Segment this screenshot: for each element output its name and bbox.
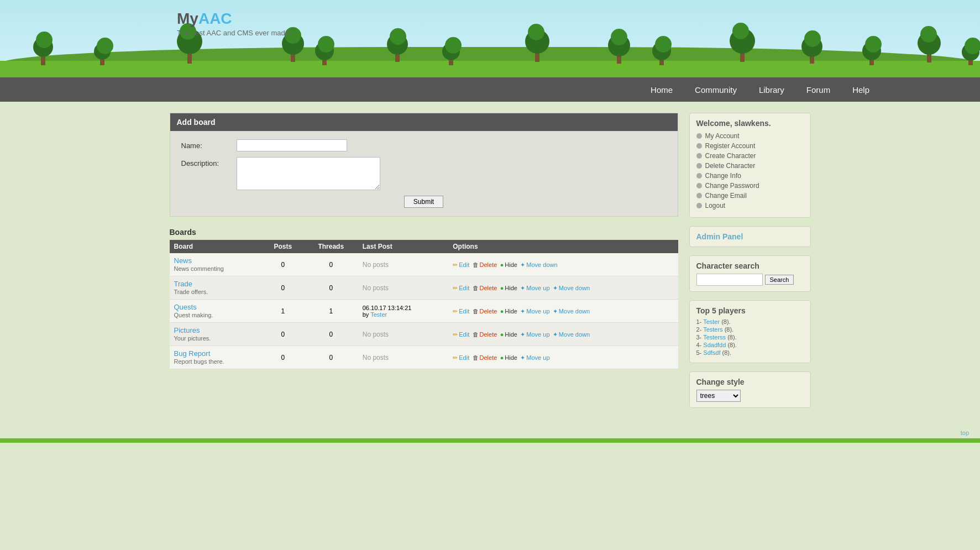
top5-item-3: 3- Testerss (8). xyxy=(696,334,804,341)
admin-panel-content: Admin Panel xyxy=(690,227,810,247)
move-up-link-bugreport[interactable]: ✦ Move up xyxy=(520,354,549,362)
hide-link-quests[interactable]: ●Hide xyxy=(500,308,517,315)
change-info-link[interactable]: Change Info xyxy=(705,172,741,180)
change-password-link[interactable]: Change Password xyxy=(705,182,759,190)
board-name-cell: Bug Report Report bugs there. xyxy=(170,346,262,369)
nav-library[interactable]: Library xyxy=(759,85,784,95)
logo-aac: AAC xyxy=(198,10,232,27)
char-search-title: Character search xyxy=(696,261,804,270)
bullet-icon xyxy=(696,143,702,149)
delete-link-quests[interactable]: 🗑Delete xyxy=(473,308,497,315)
board-name-link-news[interactable]: News xyxy=(174,256,258,265)
green-dot: ● xyxy=(500,331,504,338)
hide-link-bugreport[interactable]: ●Hide xyxy=(500,354,517,361)
register-account-link[interactable]: Register Account xyxy=(705,142,756,150)
posts-cell: 1 xyxy=(262,300,304,323)
content-area: Add board Name: Description: Submit Boar… xyxy=(170,113,678,416)
board-name-link-pictures[interactable]: Pictures xyxy=(174,326,258,334)
posts-cell: 0 xyxy=(262,346,304,369)
player-1-link[interactable]: Tester xyxy=(703,318,720,325)
hide-link-trade[interactable]: ●Hide xyxy=(500,285,517,291)
board-name-cell: Pictures Your pictures. xyxy=(170,323,262,346)
edit-link-news[interactable]: ✏Edit xyxy=(453,261,469,269)
delete-character-link[interactable]: Delete Character xyxy=(705,162,756,170)
up-icon: ✦ xyxy=(520,331,525,338)
main-container: Add board Name: Description: Submit Boar… xyxy=(159,113,822,416)
grass-front xyxy=(0,61,980,77)
edit-link-trade[interactable]: ✏Edit xyxy=(453,285,469,292)
last-post-user-link[interactable]: Tester xyxy=(370,311,387,318)
edit-link-pictures[interactable]: ✏Edit xyxy=(453,331,469,338)
nav-forum[interactable]: Forum xyxy=(806,85,830,95)
board-name-link-bugreport[interactable]: Bug Report xyxy=(174,349,258,358)
nav-help[interactable]: Help xyxy=(852,85,869,95)
create-character-link[interactable]: Create Character xyxy=(705,152,756,160)
score-5: (8). xyxy=(722,349,732,356)
player-4-link[interactable]: Sdadfdd xyxy=(703,342,726,348)
table-row: News News commenting 0 0 No posts ✏Edit … xyxy=(170,253,678,276)
nav-community[interactable]: Community xyxy=(695,85,737,95)
add-board-box: Add board Name: Description: Submit xyxy=(170,113,678,217)
delete-link-pictures[interactable]: 🗑Delete xyxy=(473,331,497,338)
pencil-icon: ✏ xyxy=(453,331,458,338)
name-input[interactable] xyxy=(237,139,347,151)
board-name-cell: Trade Trade offers. xyxy=(170,276,262,300)
player-5-link[interactable]: Sdfsdf xyxy=(703,349,720,356)
tree xyxy=(608,32,630,64)
board-name-link-quests[interactable]: Quests xyxy=(174,303,258,311)
board-desc-news: News commenting xyxy=(174,265,224,272)
style-select[interactable]: trees xyxy=(696,390,741,402)
change-email-link[interactable]: Change Email xyxy=(705,192,747,200)
player-3-link[interactable]: Testerss xyxy=(703,334,726,341)
move-up-link-pictures[interactable]: ✦ Move up xyxy=(520,331,549,338)
move-down-link-news[interactable]: ✦ Move down xyxy=(520,261,557,269)
score-1: (8). xyxy=(721,318,731,325)
delete-link-news[interactable]: 🗑Delete xyxy=(473,261,497,268)
move-up-link-trade[interactable]: ✦ Move up xyxy=(520,285,549,292)
trash-icon: 🗑 xyxy=(473,308,479,315)
board-desc-trade: Trade offers. xyxy=(174,289,208,295)
rank-3: 3- xyxy=(696,334,702,341)
move-up-link-quests[interactable]: ✦ Move up xyxy=(520,308,549,315)
top5-item-1: 1- Tester (8). xyxy=(696,318,804,325)
admin-panel-link[interactable]: Admin Panel xyxy=(696,232,743,241)
bullet-icon xyxy=(696,193,702,198)
move-down-link-quests[interactable]: ✦ Move down xyxy=(553,308,590,315)
char-search-button[interactable]: Search xyxy=(765,275,794,285)
last-post-cell: 06.10.17 13:14:21 by Tester xyxy=(358,300,449,323)
name-row: Name: xyxy=(181,139,667,151)
hide-link-pictures[interactable]: ●Hide xyxy=(500,331,517,338)
boards-table: Board Posts Threads Last Post Options Ne… xyxy=(170,240,678,369)
table-row: Pictures Your pictures. 0 0 No posts ✏Ed… xyxy=(170,323,678,346)
player-2-link[interactable]: Testers xyxy=(703,326,722,333)
green-dot: ● xyxy=(500,308,504,315)
delete-link-bugreport[interactable]: 🗑Delete xyxy=(473,354,497,361)
edit-link-bugreport[interactable]: ✏Edit xyxy=(453,354,469,362)
sidebar-link-item: Change Email xyxy=(696,192,804,200)
sidebar-link-item: Change Password xyxy=(696,182,804,190)
trash-icon: 🗑 xyxy=(473,354,479,361)
nav-home[interactable]: Home xyxy=(651,85,673,95)
hide-link-news[interactable]: ●Hide xyxy=(500,261,517,268)
tree xyxy=(94,40,111,65)
no-posts: No posts xyxy=(363,284,389,292)
add-board-title: Add board xyxy=(170,113,678,131)
board-name-link-trade[interactable]: Trade xyxy=(174,280,258,288)
delete-link-trade[interactable]: 🗑Delete xyxy=(473,285,497,291)
options-cell: ✏Edit 🗑Delete ●Hide ✦ Move up ✦ Move dow… xyxy=(448,300,678,323)
move-down-link-trade[interactable]: ✦ Move down xyxy=(553,285,590,292)
board-desc-quests: Quest making. xyxy=(174,312,213,318)
desc-label: Description: xyxy=(181,157,237,167)
options-cell: ✏Edit 🗑Delete ●Hide ✦ Move up ✦ Move dow… xyxy=(448,323,678,346)
top-link[interactable]: top xyxy=(961,429,969,436)
add-board-form: Name: Description: Submit xyxy=(170,131,678,216)
logout-link[interactable]: Logout xyxy=(705,202,726,209)
rank-1: 1- xyxy=(696,318,702,325)
table-row: Bug Report Report bugs there. 0 0 No pos… xyxy=(170,346,678,369)
desc-textarea[interactable] xyxy=(237,157,380,190)
submit-button[interactable]: Submit xyxy=(404,196,443,208)
edit-link-quests[interactable]: ✏Edit xyxy=(453,308,469,315)
my-account-link[interactable]: My Account xyxy=(705,132,740,140)
char-search-input[interactable] xyxy=(696,274,763,286)
move-down-link-pictures[interactable]: ✦ Move down xyxy=(553,331,590,338)
